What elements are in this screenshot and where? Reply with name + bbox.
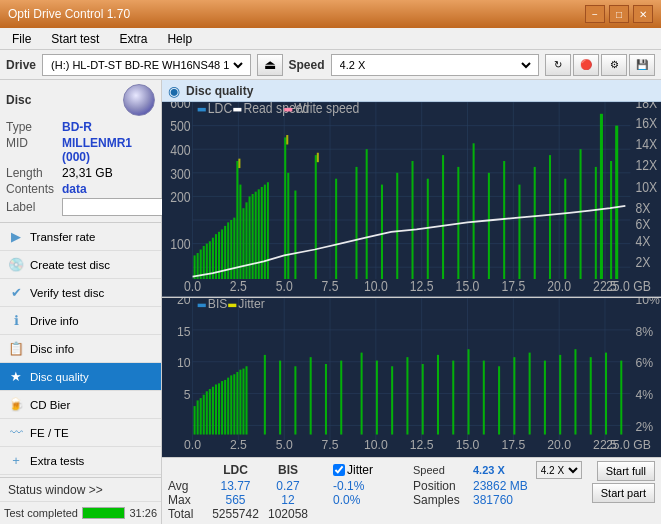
disc-length-row: Length 23,31 GB <box>6 166 155 180</box>
nav-label-fe-te: FE / TE <box>30 427 69 439</box>
nav-item-drive-info[interactable]: ℹ Drive info <box>0 307 161 335</box>
svg-text:5: 5 <box>184 386 191 402</box>
svg-rect-149 <box>221 381 223 434</box>
svg-rect-67 <box>261 187 263 279</box>
eject-button[interactable]: ⏏ <box>257 54 283 76</box>
svg-rect-175 <box>529 352 531 434</box>
svg-rect-179 <box>590 357 592 434</box>
menu-help[interactable]: Help <box>159 28 200 49</box>
svg-text:16X: 16X <box>636 115 658 131</box>
svg-rect-141 <box>197 400 199 434</box>
stats-right: Start full Start part <box>592 461 655 503</box>
svg-rect-148 <box>218 383 220 434</box>
drive-info-icon: ℹ <box>8 313 24 329</box>
svg-text:12.5: 12.5 <box>410 278 434 294</box>
stats-max-row: Max 565 12 0.0% Samples 381760 <box>168 493 582 507</box>
menu-bar: File Start test Extra Help <box>0 28 661 50</box>
drive-selector[interactable]: (H:) HL-DT-ST BD-RE WH16NS48 1.D3 <box>42 54 250 76</box>
svg-rect-64 <box>252 194 254 279</box>
svg-text:500: 500 <box>170 119 190 135</box>
speed-select-input[interactable]: 4.2 X <box>336 58 534 72</box>
close-button[interactable]: ✕ <box>633 5 653 23</box>
total-ldc: 5255742 <box>208 507 263 521</box>
svg-text:LDC: LDC <box>208 102 233 116</box>
action-btn-2[interactable]: ⚙ <box>601 54 627 76</box>
drive-select-input[interactable]: (H:) HL-DT-ST BD-RE WH16NS48 1.D3 <box>47 58 245 72</box>
svg-text:7.5: 7.5 <box>322 278 339 294</box>
disc-type-row: Type BD-R <box>6 120 155 134</box>
action-btn-1[interactable]: 🔴 <box>573 54 599 76</box>
svg-text:6%: 6% <box>636 354 654 370</box>
svg-rect-140 <box>194 406 196 434</box>
svg-text:15.0: 15.0 <box>456 278 480 294</box>
svg-text:2X: 2X <box>636 254 651 270</box>
nav-item-cd-bier[interactable]: 🍺 CD Bier <box>0 391 161 419</box>
svg-rect-181 <box>620 360 622 434</box>
svg-rect-71 <box>287 173 289 279</box>
nav-item-extra-tests[interactable]: + Extra tests <box>0 447 161 475</box>
svg-text:6X: 6X <box>636 217 651 233</box>
svg-rect-102 <box>284 108 292 112</box>
svg-text:17.5: 17.5 <box>501 278 525 294</box>
svg-rect-142 <box>200 398 202 434</box>
speed-selector[interactable]: 4.2 X <box>331 54 539 76</box>
save-button[interactable]: 💾 <box>629 54 655 76</box>
minimize-button[interactable]: − <box>585 5 605 23</box>
svg-rect-160 <box>294 366 296 434</box>
status-window-button[interactable]: Status window >> <box>0 478 161 502</box>
drive-bar: Drive (H:) HL-DT-ST BD-RE WH16NS48 1.D3 … <box>0 50 661 80</box>
menu-file[interactable]: File <box>4 28 39 49</box>
disc-mid-value: MILLENMR1 (000) <box>62 136 155 164</box>
start-full-button[interactable]: Start full <box>597 461 655 481</box>
refresh-button[interactable]: ↻ <box>545 54 571 76</box>
svg-rect-143 <box>203 394 205 434</box>
svg-rect-171 <box>468 349 470 434</box>
nav-item-transfer-rate[interactable]: ▶ Transfer rate <box>0 223 161 251</box>
svg-rect-155 <box>239 369 241 434</box>
stats-avg-row: Avg 13.77 0.27 -0.1% Position 23862 MB <box>168 479 582 493</box>
maximize-button[interactable]: □ <box>609 5 629 23</box>
cd-bier-icon: 🍺 <box>8 397 24 413</box>
avg-ldc: 13.77 <box>208 479 263 493</box>
svg-rect-150 <box>224 380 226 435</box>
svg-rect-94 <box>615 126 618 279</box>
disc-panel: Disc Type BD-R MID MILLENMR1 (000) Lengt… <box>0 80 161 223</box>
nav-item-fe-te[interactable]: 〰 FE / TE <box>0 419 161 447</box>
menu-start-test[interactable]: Start test <box>43 28 107 49</box>
svg-rect-163 <box>340 360 342 434</box>
svg-text:14X: 14X <box>636 136 658 152</box>
svg-text:2.5: 2.5 <box>230 436 247 452</box>
svg-text:10.0: 10.0 <box>364 436 388 452</box>
position-label: Position <box>413 479 473 493</box>
start-part-button[interactable]: Start part <box>592 483 655 503</box>
svg-rect-172 <box>483 360 485 434</box>
disc-contents-row: Contents data <box>6 182 155 196</box>
nav-item-verify-test-disc[interactable]: ✔ Verify test disc <box>0 279 161 307</box>
nav-label-transfer-rate: Transfer rate <box>30 231 95 243</box>
chart-ldc-svg: 600 500 400 300 200 100 18X 16X 14X 12X … <box>162 102 661 297</box>
svg-text:20.0: 20.0 <box>547 436 571 452</box>
jitter-checkbox[interactable] <box>333 464 345 476</box>
status-window-label: Status window >> <box>8 483 103 497</box>
chart-bis-svg: 20 15 10 5 10% 8% 6% 4% 2% 0.0 2.5 5.0 <box>162 298 661 457</box>
nav-label-drive-info: Drive info <box>30 315 79 327</box>
disc-label-label: Label <box>6 200 58 214</box>
nav-item-disc-quality[interactable]: ★ Disc quality <box>0 363 161 391</box>
nav-item-create-test-disc[interactable]: 💿 Create test disc <box>0 251 161 279</box>
svg-rect-177 <box>559 355 561 435</box>
menu-extra[interactable]: Extra <box>111 28 155 49</box>
disc-info-icon: 📋 <box>8 341 24 357</box>
svg-rect-63 <box>249 196 251 279</box>
svg-rect-90 <box>580 149 582 279</box>
nav-item-disc-info[interactable]: 📋 Disc info <box>0 335 161 363</box>
max-jitter: 0.0% <box>333 493 413 507</box>
svg-rect-74 <box>335 179 337 279</box>
speed-select[interactable]: 4.2 X <box>536 461 582 479</box>
svg-rect-156 <box>242 368 244 434</box>
svg-rect-87 <box>534 167 536 279</box>
drive-label: Drive <box>6 58 36 72</box>
elapsed-time: 31:26 <box>129 507 157 519</box>
position-value: 23862 MB <box>473 479 528 493</box>
svg-text:15: 15 <box>177 323 191 339</box>
svg-text:12.5: 12.5 <box>410 436 434 452</box>
